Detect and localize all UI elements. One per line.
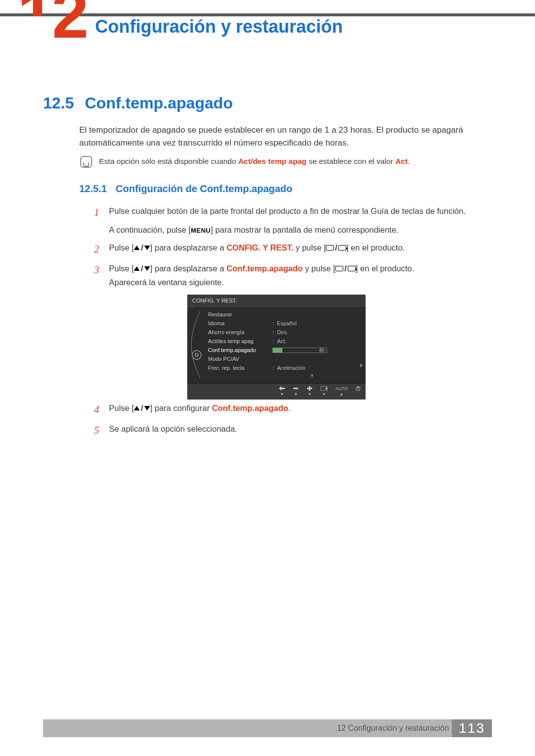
menu-key-icon: MENU xyxy=(191,225,211,236)
window-icon xyxy=(335,266,343,271)
osd-item-label: Act/des temp apag xyxy=(208,338,272,344)
osd-item-ahorro: Ahorro energía: Des. xyxy=(208,328,362,337)
footer-text: 12 Configuración y restauración xyxy=(337,724,452,733)
osd-item-value: Des. xyxy=(277,329,288,335)
subsection-heading: 12.5.1 Configuración de Conf.temp.apagad… xyxy=(79,183,292,195)
osd-sidebar xyxy=(187,307,206,383)
section-heading: 12.5 Conf.temp.apagado xyxy=(43,94,233,112)
osd-item-value: Aceleración xyxy=(277,365,305,371)
subsection-number: 12.5.1 xyxy=(79,183,107,195)
footer-page-number: 113 xyxy=(452,719,492,737)
osd-footer-power-icon: ▾ xyxy=(356,386,361,397)
up-arrow-icon xyxy=(134,266,140,271)
osd-footer-auto: AUTO▾ xyxy=(335,386,348,397)
step1-line2-post: ] para mostrar la pantalla de menú corre… xyxy=(211,225,398,234)
osd-item-restaurar: Restaurar xyxy=(208,310,362,319)
note-post: . xyxy=(408,157,410,165)
step2-pre: Pulse [ xyxy=(109,243,134,252)
osd-item-label: Idioma xyxy=(208,320,272,326)
step-1: 1 Pulse cualquier botón de la parte fron… xyxy=(94,204,476,237)
svg-rect-3 xyxy=(307,388,312,389)
osd-item-idioma: Idioma: Español xyxy=(208,319,362,328)
osd-footer-plus-icon: ▾ xyxy=(307,386,313,397)
osd-item-value: Español xyxy=(277,320,297,326)
down-arrow-icon xyxy=(144,266,150,271)
step-number: 2 xyxy=(94,241,101,257)
step5-text: Se aplicará la opción seleccionada. xyxy=(109,422,476,439)
step2-post1: y pulse [ xyxy=(293,243,326,252)
step1-line1: Pulse cualquier botón de la parte fronta… xyxy=(109,206,466,215)
intro-text: El temporizador de apagado se puede esta… xyxy=(79,124,476,150)
chapter-title: Configuración y restauración xyxy=(95,16,343,37)
note-hl1: Act/des temp apag xyxy=(238,157,307,165)
osd-item-conftemp: Conf.temp.apagado 4h xyxy=(208,346,362,354)
note-mid: se establece con el valor xyxy=(307,157,395,165)
svg-marker-0 xyxy=(279,386,285,391)
note-pre: Esta opción sólo está disponible cuando xyxy=(99,157,238,165)
step3-post2: ] en el producto. xyxy=(356,264,414,273)
osd-right-arrow-icon xyxy=(360,363,363,367)
step-number: 4 xyxy=(94,401,101,418)
osd-scroll-down-icon: ▼ xyxy=(208,372,362,380)
step-number: 1 xyxy=(94,204,101,237)
osd-item-frec: Frec. rep. tecla: Aceleración xyxy=(208,363,362,372)
osd-item-label: Conf.temp.apagado xyxy=(208,347,272,353)
osd-list: Restaurar Idioma: Español Ahorro energía… xyxy=(206,307,366,383)
step3-pre: Pulse [ xyxy=(109,264,134,273)
svg-rect-7 xyxy=(358,386,358,389)
osd-menu: CONFIG. Y REST. Restaurar Idioma: Españo… xyxy=(187,295,366,400)
enter-icon xyxy=(338,245,346,251)
window-icon xyxy=(326,245,334,251)
up-arrow-icon xyxy=(134,406,140,410)
svg-marker-5 xyxy=(325,387,327,390)
step3-post1: y pulse [ xyxy=(303,264,335,273)
note: Esta opción sólo está disponible cuando … xyxy=(80,155,474,168)
steps-block-1: 1 Pulse cualquier botón de la parte fron… xyxy=(94,204,476,293)
osd-title: CONFIG. Y REST. xyxy=(187,295,366,307)
steps-block-2: 4 Pulse [/] para configurar Conf.temp.ap… xyxy=(94,401,476,443)
svg-rect-1 xyxy=(293,388,298,389)
osd-item-value: Act. xyxy=(277,338,286,344)
section-title: Conf.temp.apagado xyxy=(85,94,233,112)
osd-footer: ▾ ▾ ▾ ▾ AUTO▾ ▾ xyxy=(187,383,366,400)
osd-footer-minus-icon: ▾ xyxy=(293,386,299,397)
enter-icon xyxy=(348,266,356,271)
step4-post: . xyxy=(288,403,291,412)
step4-target: Conf.temp.apagado xyxy=(212,403,288,412)
step2-mid: ] para desplazarse a xyxy=(150,243,226,252)
step-4: 4 Pulse [/] para configurar Conf.temp.ap… xyxy=(94,401,476,418)
gear-icon xyxy=(192,350,202,360)
osd-item-label: Frec. rep. tecla xyxy=(208,365,272,371)
down-arrow-icon xyxy=(144,406,150,410)
osd-item-actdes: Act/des temp apag: Act. xyxy=(208,337,362,346)
step1-line2-pre: A continuación, pulse [ xyxy=(109,225,191,234)
osd-item-modopc: Modo PC/AV xyxy=(208,354,362,363)
osd-bar-value: 4h xyxy=(319,348,324,353)
down-arrow-icon xyxy=(144,246,150,250)
osd-item-label: Ahorro energía xyxy=(208,329,272,335)
side-tab-mask xyxy=(0,16,54,60)
step-number: 5 xyxy=(94,422,101,439)
note-text: Esta opción sólo está disponible cuando … xyxy=(99,155,410,167)
note-hl2: Act xyxy=(395,157,408,165)
step-5: 5 Se aplicará la opción seleccionada. xyxy=(94,422,476,439)
up-arrow-icon xyxy=(134,246,140,250)
step3-after: Aparecerá la ventana siguiente. xyxy=(109,275,476,289)
section-number: 12.5 xyxy=(43,94,74,112)
footer-bar: 12 Configuración y restauración 113 xyxy=(43,719,492,737)
osd-item-label: Restaurar xyxy=(208,311,272,317)
step3-target: Conf.temp.apagado xyxy=(226,264,303,273)
note-icon xyxy=(80,156,92,168)
step-3: 3 Pulse [/] para desplazarse a Conf.temp… xyxy=(94,261,476,289)
osd-item-label: Modo PC/AV xyxy=(208,356,272,362)
step-number: 3 xyxy=(94,261,101,289)
step4-mid: ] para configurar xyxy=(150,403,212,412)
osd-footer-enter-icon: ▾ xyxy=(321,386,327,397)
osd-progress-bar: 4h xyxy=(272,348,327,353)
osd-footer-back-icon: ▾ xyxy=(279,386,285,397)
step4-pre: Pulse [ xyxy=(109,403,134,412)
step-2: 2 Pulse [/] para desplazarse a CONFIG. Y… xyxy=(94,241,476,257)
step2-target: CONFIG. Y REST. xyxy=(226,243,293,252)
subsection-title: Configuración de Conf.temp.apagado xyxy=(116,183,293,195)
step3-mid: ] para desplazarse a xyxy=(150,264,226,273)
